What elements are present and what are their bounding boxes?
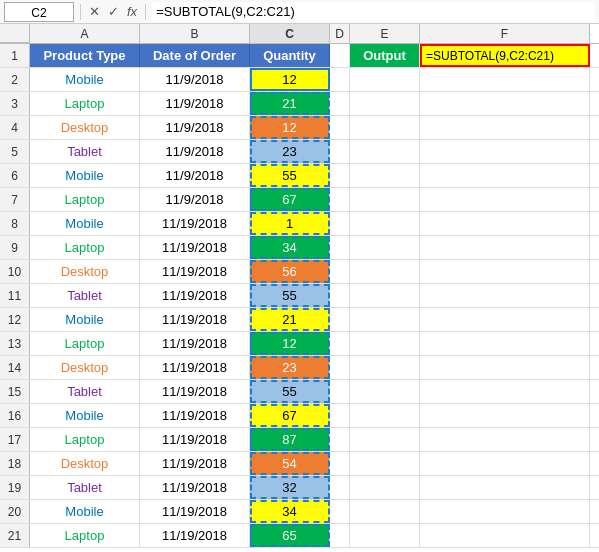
cell-b17[interactable]: 11/19/2018 [140,428,250,451]
cell-b7[interactable]: 11/9/2018 [140,188,250,211]
row-num-8: 8 [0,212,30,235]
cell-c1[interactable]: Quantity [250,44,330,67]
col-header-a[interactable]: A [30,24,140,43]
cell-f4 [420,116,590,139]
cell-a14[interactable]: Desktop [30,356,140,379]
table-row: 15Tablet11/19/201855 [0,380,599,404]
cell-a5[interactable]: Tablet [30,140,140,163]
cell-a2[interactable]: Mobile [30,68,140,91]
cell-f1[interactable]: =SUBTOTAL(9,C2:C21) [420,44,590,67]
cell-c20[interactable]: 34 [250,500,330,523]
cell-a8[interactable]: Mobile [30,212,140,235]
cell-c19[interactable]: 32 [250,476,330,499]
cell-b4[interactable]: 11/9/2018 [140,116,250,139]
cell-d10 [330,260,350,283]
cell-c10[interactable]: 56 [250,260,330,283]
cell-b15[interactable]: 11/19/2018 [140,380,250,403]
table-row: 3Laptop11/9/201821 [0,92,599,116]
cell-b13[interactable]: 11/19/2018 [140,332,250,355]
cell-c17[interactable]: 87 [250,428,330,451]
cell-b20[interactable]: 11/19/2018 [140,500,250,523]
cell-e17 [350,428,420,451]
cell-b16[interactable]: 11/19/2018 [140,404,250,427]
cell-d18 [330,452,350,475]
cell-a13[interactable]: Laptop [30,332,140,355]
cell-c8[interactable]: 1 [250,212,330,235]
cell-d13 [330,332,350,355]
cell-a21[interactable]: Laptop [30,524,140,547]
cell-a16[interactable]: Mobile [30,404,140,427]
cell-a11[interactable]: Tablet [30,284,140,307]
col-header-e[interactable]: E [350,24,420,43]
cell-c11[interactable]: 55 [250,284,330,307]
cell-b2[interactable]: 11/9/2018 [140,68,250,91]
cell-b11[interactable]: 11/19/2018 [140,284,250,307]
cell-b10[interactable]: 11/19/2018 [140,260,250,283]
cell-c3[interactable]: 21 [250,92,330,115]
col-header-f[interactable]: F [420,24,590,43]
cell-c6[interactable]: 55 [250,164,330,187]
cell-c18[interactable]: 54 [250,452,330,475]
cell-f17 [420,428,590,451]
cell-b8[interactable]: 11/19/2018 [140,212,250,235]
cell-a18[interactable]: Desktop [30,452,140,475]
cell-a15[interactable]: Tablet [30,380,140,403]
cell-d7 [330,188,350,211]
cell-b3[interactable]: 11/9/2018 [140,92,250,115]
cell-c14[interactable]: 23 [250,356,330,379]
cell-b19[interactable]: 11/19/2018 [140,476,250,499]
cell-c4[interactable]: 12 [250,116,330,139]
cell-a19[interactable]: Tablet [30,476,140,499]
cell-e16 [350,404,420,427]
cell-a7[interactable]: Laptop [30,188,140,211]
row-num-6: 6 [0,164,30,187]
cell-e6 [350,164,420,187]
col-header-d[interactable]: D [330,24,350,43]
col-header-b[interactable]: B [140,24,250,43]
col-header-c[interactable]: C [250,24,330,43]
cell-b21[interactable]: 11/19/2018 [140,524,250,547]
cell-f7 [420,188,590,211]
cell-b14[interactable]: 11/19/2018 [140,356,250,379]
cell-b1[interactable]: Date of Order [140,44,250,67]
cell-b5[interactable]: 11/9/2018 [140,140,250,163]
cell-a17[interactable]: Laptop [30,428,140,451]
cell-c13[interactable]: 12 [250,332,330,355]
cell-c12[interactable]: 21 [250,308,330,331]
cell-c7[interactable]: 67 [250,188,330,211]
cell-b9[interactable]: 11/19/2018 [140,236,250,259]
cell-e3 [350,92,420,115]
cell-a12[interactable]: Mobile [30,308,140,331]
cell-c21[interactable]: 65 [250,524,330,547]
cell-c5[interactable]: 23 [250,140,330,163]
cell-a1[interactable]: Product Type [30,44,140,67]
cell-a3[interactable]: Laptop [30,92,140,115]
confirm-icon[interactable]: ✓ [106,4,121,19]
cell-b18[interactable]: 11/19/2018 [140,452,250,475]
cell-f12 [420,308,590,331]
row-num-16: 16 [0,404,30,427]
cell-c15[interactable]: 55 [250,380,330,403]
cell-d16 [330,404,350,427]
cell-a10[interactable]: Desktop [30,260,140,283]
table-row: 14Desktop11/19/201823 [0,356,599,380]
formula-input[interactable] [152,2,595,22]
cell-e19 [350,476,420,499]
cell-a6[interactable]: Mobile [30,164,140,187]
cell-b6[interactable]: 11/9/2018 [140,164,250,187]
cell-a9[interactable]: Laptop [30,236,140,259]
insert-function-icon[interactable]: fx [125,4,139,19]
cancel-icon[interactable]: ✕ [87,4,102,19]
cell-e20 [350,500,420,523]
cell-a4[interactable]: Desktop [30,116,140,139]
cell-e1[interactable]: Output [350,44,420,67]
cell-c2[interactable]: 12 [250,68,330,91]
name-box[interactable]: C2 [4,2,74,22]
cell-c16[interactable]: 67 [250,404,330,427]
row-num-14: 14 [0,356,30,379]
row-num-11: 11 [0,284,30,307]
table-row: 4Desktop11/9/201812 [0,116,599,140]
cell-c9[interactable]: 34 [250,236,330,259]
cell-b12[interactable]: 11/19/2018 [140,308,250,331]
cell-a20[interactable]: Mobile [30,500,140,523]
